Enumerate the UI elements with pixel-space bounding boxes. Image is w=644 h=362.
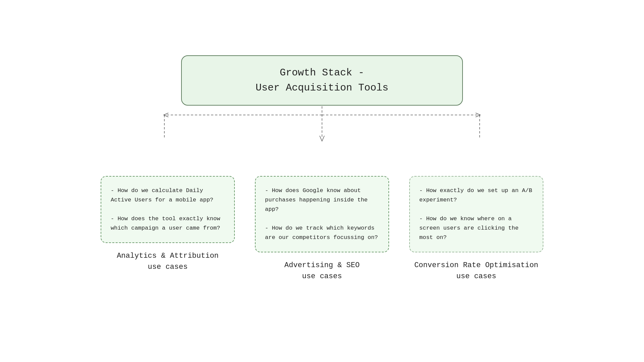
advertising-label-line2: use cases (302, 272, 342, 281)
advertising-bullet-2: - How do we track which keywords are our… (265, 224, 379, 242)
cro-card-box: - How exactly do we set up an A/B experi… (409, 176, 543, 252)
advertising-label: Advertising & SEO use cases (284, 260, 360, 282)
cro-bullet-2: - How do we know where on a screen users… (419, 214, 533, 242)
child-cards-row: - How do we calculate Daily Active Users… (87, 176, 557, 282)
root-title: Growth Stack - User Acquisition Tools (199, 65, 445, 96)
cro-label-line2: use cases (457, 272, 496, 281)
cro-label-line1: Conversion Rate Optimisation (414, 261, 538, 269)
analytics-label-line2: use cases (148, 263, 188, 271)
cro-bullet-1: - How exactly do we set up an A/B experi… (419, 186, 533, 205)
advertising-card: - How does Google know about purchases h… (255, 176, 389, 282)
analytics-bullet-1: - How do we calculate Daily Active Users… (111, 186, 225, 205)
root-line1: Growth Stack - (280, 67, 364, 78)
root-node: Growth Stack - User Acquisition Tools (181, 55, 463, 106)
advertising-bullet-1: - How does Google know about purchases h… (265, 186, 379, 214)
analytics-card: - How do we calculate Daily Active Users… (101, 176, 235, 273)
analytics-bullet-2: - How does the tool exactly know which c… (111, 214, 225, 233)
advertising-card-box: - How does Google know about purchases h… (255, 176, 389, 252)
advertising-label-line1: Advertising & SEO (284, 261, 360, 269)
analytics-label-line1: Analytics & Attribution (117, 252, 219, 260)
cro-label: Conversion Rate Optimisation use cases (414, 260, 538, 282)
diagram-container: Growth Stack - User Acquisition Tools - … (87, 55, 557, 307)
cro-card: - How exactly do we set up an A/B experi… (409, 176, 543, 282)
root-line2: User Acquisition Tools (256, 82, 388, 94)
analytics-card-box: - How do we calculate Daily Active Users… (101, 176, 235, 243)
analytics-label: Analytics & Attribution use cases (117, 250, 219, 273)
connector-svg (87, 98, 557, 175)
